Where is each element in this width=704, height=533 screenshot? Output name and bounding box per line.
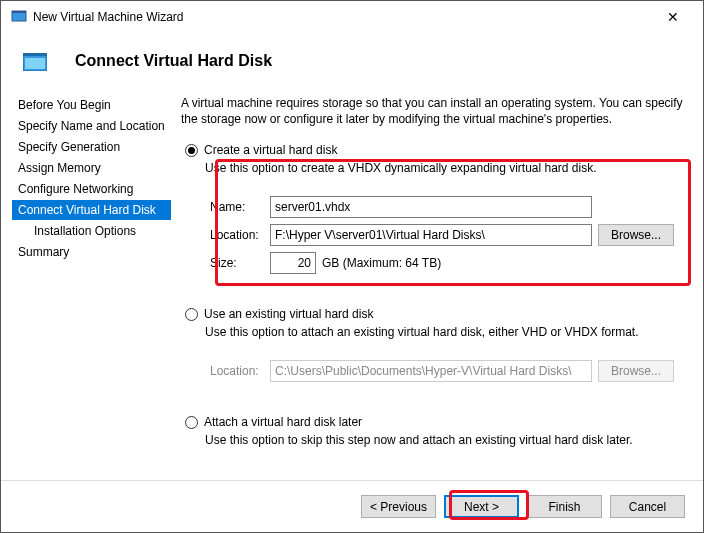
existing-vhd-desc: Use this option to attach an existing vi… [205, 325, 685, 339]
existing-location-label: Location: [210, 364, 270, 378]
intro-text: A virtual machine requires storage so th… [181, 95, 685, 127]
finish-button[interactable]: Finish [527, 495, 602, 518]
existing-vhd-form: Location: Browse... [205, 349, 685, 399]
next-button[interactable]: Next > [444, 495, 519, 518]
browse-button[interactable]: Browse... [598, 224, 674, 246]
attach-later-desc: Use this option to skip this step now an… [205, 433, 685, 447]
radio-attach-later[interactable] [185, 416, 198, 429]
name-input[interactable] [270, 196, 592, 218]
size-label: Size: [210, 256, 270, 270]
sidebar-item-assign-memory[interactable]: Assign Memory [12, 158, 171, 178]
main-panel: A virtual machine requires storage so th… [171, 95, 703, 490]
option-attach-later: Attach a virtual hard disk later Use thi… [181, 411, 685, 469]
radio-existing-vhd-label[interactable]: Use an existing virtual hard disk [204, 307, 373, 321]
window-title: New Virtual Machine Wizard [33, 10, 653, 24]
body: Before You Begin Specify Name and Locati… [1, 95, 703, 490]
create-vhd-form: Name: Location: Browse... Size: GB (Maxi… [205, 185, 685, 291]
svg-rect-1 [12, 11, 26, 13]
existing-browse-button: Browse... [598, 360, 674, 382]
app-icon [11, 9, 27, 25]
location-input[interactable] [270, 224, 592, 246]
titlebar: New Virtual Machine Wizard ✕ [1, 1, 703, 33]
footer: < Previous Next > Finish Cancel [1, 480, 703, 532]
sidebar: Before You Begin Specify Name and Locati… [1, 95, 171, 490]
option-existing-vhd: Use an existing virtual hard disk Use th… [181, 303, 685, 411]
radio-existing-vhd[interactable] [185, 308, 198, 321]
previous-button[interactable]: < Previous [361, 495, 436, 518]
option-create-vhd: Create a virtual hard disk Use this opti… [181, 139, 685, 303]
radio-create-vhd[interactable] [185, 144, 198, 157]
cancel-button[interactable]: Cancel [610, 495, 685, 518]
name-label: Name: [210, 200, 270, 214]
sidebar-item-specify-generation[interactable]: Specify Generation [12, 137, 171, 157]
size-suffix: GB (Maximum: 64 TB) [322, 256, 441, 270]
sidebar-item-before-you-begin[interactable]: Before You Begin [12, 95, 171, 115]
page-title: Connect Virtual Hard Disk [75, 52, 272, 70]
create-vhd-desc: Use this option to create a VHDX dynamic… [205, 161, 685, 175]
server-icon [23, 53, 47, 71]
radio-create-vhd-label[interactable]: Create a virtual hard disk [204, 143, 337, 157]
existing-location-input [270, 360, 592, 382]
sidebar-item-summary[interactable]: Summary [12, 242, 171, 262]
svg-rect-3 [23, 53, 47, 56]
sidebar-item-installation-options[interactable]: Installation Options [12, 221, 171, 241]
size-input[interactable] [270, 252, 316, 274]
header: Connect Virtual Hard Disk [1, 33, 703, 95]
sidebar-item-configure-networking[interactable]: Configure Networking [12, 179, 171, 199]
wizard-window: New Virtual Machine Wizard ✕ Connect Vir… [0, 0, 704, 533]
radio-attach-later-label[interactable]: Attach a virtual hard disk later [204, 415, 362, 429]
sidebar-item-specify-name[interactable]: Specify Name and Location [12, 116, 171, 136]
sidebar-item-connect-vhd[interactable]: Connect Virtual Hard Disk [12, 200, 171, 220]
close-button[interactable]: ✕ [653, 3, 693, 31]
location-label: Location: [210, 228, 270, 242]
svg-rect-4 [25, 58, 45, 69]
